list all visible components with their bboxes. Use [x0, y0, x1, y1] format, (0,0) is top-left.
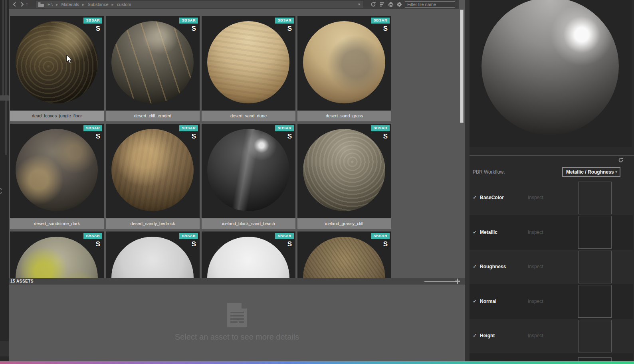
filter-file-name-input[interactable] — [405, 1, 455, 8]
thumbnail-size-slider-handle[interactable] — [455, 279, 460, 284]
material-name: iceland_grassy_cliff — [297, 218, 391, 229]
map-row-roughness: ✓ Roughness Inspect — [470, 250, 633, 284]
material-tile[interactable]: SBSAR S desert_sandstone_dark — [10, 124, 104, 229]
breadcrumb-separator: ▶ — [112, 3, 114, 6]
breadcrumb-segment[interactable]: F:\ — [48, 2, 53, 7]
material-sphere-preview — [16, 21, 98, 103]
sbsar-badge: SBSAR — [179, 233, 198, 239]
material-tile[interactable]: SBSAR S — [297, 231, 391, 278]
material-sphere-preview — [207, 21, 289, 103]
sbsar-badge: SBSAR — [83, 233, 102, 239]
layers-icon[interactable] — [388, 2, 394, 7]
grid-scrollbar-thumb[interactable] — [460, 10, 464, 123]
material-tile[interactable]: SBSAR S — [10, 231, 104, 278]
panel-splitter-handle[interactable] — [0, 95, 9, 101]
map-row-basecolor: ✓ BaseColor Inspect — [470, 181, 633, 215]
map-label: Normal — [480, 299, 496, 304]
substance-logo-icon: S — [287, 133, 292, 140]
material-name: desert_sandstone_dark — [10, 218, 104, 229]
inspect-button[interactable]: Inspect — [528, 195, 543, 200]
material-tile[interactable]: SBSAR S iceland_grassy_cliff — [297, 124, 391, 229]
sbsar-badge: SBSAR — [371, 233, 390, 239]
breadcrumb-segment[interactable]: Substance — [88, 2, 109, 7]
pbr-workflow-dropdown[interactable]: Metallic / Roughness ▾ — [562, 167, 620, 177]
pbr-workflow-value: Metallic / Roughness — [566, 169, 614, 175]
material-sphere-preview — [207, 237, 289, 278]
back-button[interactable] — [12, 2, 18, 7]
sbsar-badge: SBSAR — [275, 233, 294, 239]
up-directory-button[interactable]: ↑ — [26, 1, 28, 8]
sbsar-badge: SBSAR — [275, 125, 294, 131]
folder-icon — [38, 2, 44, 9]
substance-logo-icon: S — [96, 240, 100, 248]
inspect-button[interactable]: Inspect — [528, 299, 543, 304]
substance-logo-icon: S — [192, 240, 196, 248]
substance-logo-icon: S — [287, 240, 292, 248]
refresh-icon — [0, 188, 3, 194]
material-tile[interactable]: SBSAR S dead_leaves_jungle_floor — [10, 16, 104, 121]
map-thumbnail-placeholder — [578, 285, 612, 318]
breadcrumb-segment[interactable]: custom — [117, 2, 131, 7]
map-checkbox[interactable]: ✓ — [473, 332, 477, 338]
material-name: desert_sand_dune — [202, 111, 295, 121]
breadcrumb-separator: ▶ — [56, 3, 58, 6]
inspect-button[interactable]: Inspect — [528, 229, 543, 235]
sbsar-badge: SBSAR — [371, 18, 390, 24]
inspect-button[interactable]: Inspect — [528, 264, 543, 269]
sbsar-badge: SBSAR — [179, 125, 198, 131]
section-divider — [470, 155, 634, 156]
map-thumbnail-placeholder — [578, 320, 612, 352]
asset-details-panel: Select an asset to see more details — [9, 285, 465, 361]
inspect-button[interactable]: Inspect — [528, 333, 543, 338]
material-name: iceland_black_sand_beach — [202, 218, 295, 229]
preview-sphere — [481, 0, 619, 135]
material-tile[interactable]: SBSAR S iceland_black_sand_beach — [202, 124, 295, 229]
map-thumbnail-placeholder — [578, 182, 612, 214]
map-row-metallic: ✓ Metallic Inspect — [470, 215, 633, 250]
material-tile[interactable]: SBSAR S desert_sandy_bedrock — [106, 124, 200, 229]
substance-logo-icon: S — [192, 133, 196, 140]
material-tile[interactable]: SBSAR S — [106, 231, 200, 278]
material-tile[interactable]: SBSAR S desert_sand_dune — [202, 16, 295, 121]
material-tile[interactable]: SBSAR S — [202, 231, 295, 278]
sbsar-badge: SBSAR — [83, 18, 102, 24]
material-name: dead_leaves_jungle_floor — [10, 111, 104, 121]
map-checkbox[interactable]: ✓ — [473, 298, 477, 304]
sort-icon[interactable] — [379, 2, 385, 7]
gear-icon[interactable] — [396, 2, 402, 7]
refresh-icon[interactable] — [370, 2, 376, 7]
preview-viewport[interactable] — [470, 0, 632, 147]
material-preview-panel: PBR Workflow: Metallic / Roughness ▾ ✓ B… — [470, 0, 634, 361]
material-tile[interactable]: SBSAR S desert_cliff_eroded — [106, 16, 200, 121]
map-checkbox[interactable]: ✓ — [473, 194, 477, 200]
material-name: desert_sandy_bedrock — [106, 218, 200, 229]
collapsed-scrollbar[interactable] — [2, 0, 4, 99]
thumbnail-size-slider[interactable] — [424, 281, 456, 282]
material-name: desert_sand_grass — [297, 111, 391, 121]
refresh-icon[interactable] — [618, 157, 624, 163]
material-sphere-preview — [16, 129, 98, 211]
sbsar-badge: SBSAR — [371, 125, 390, 131]
panel-divider[interactable] — [465, 0, 470, 361]
forward-button[interactable] — [19, 2, 25, 7]
material-sphere-preview — [111, 237, 194, 278]
map-thumbnail-placeholder — [578, 216, 612, 249]
breadcrumb-segment[interactable]: Materials — [61, 2, 79, 7]
collapsed-scrollbar[interactable] — [5, 0, 7, 155]
substance-logo-icon: S — [96, 133, 100, 140]
map-checkbox[interactable]: ✓ — [473, 229, 477, 235]
map-label: BaseColor — [480, 195, 504, 200]
breadcrumb-dropdown-caret[interactable]: ▾ — [358, 1, 360, 8]
material-tile[interactable]: SBSAR S desert_sand_grass — [297, 16, 391, 121]
material-sphere-preview — [16, 237, 98, 278]
document-icon — [9, 303, 465, 328]
map-row-partial — [470, 353, 633, 361]
material-sphere-preview — [111, 129, 194, 211]
sbsar-badge: SBSAR — [275, 18, 294, 24]
substance-logo-icon: S — [287, 25, 292, 33]
breadcrumb[interactable]: F:\ ▶ Materials ▶ Substance ▶ custom ▾ — [36, 1, 363, 8]
chevron-down-icon: ▾ — [615, 168, 617, 176]
map-checkbox[interactable]: ✓ — [473, 263, 477, 269]
collapsed-left-panel — [0, 0, 9, 364]
substance-logo-icon: S — [192, 25, 196, 33]
